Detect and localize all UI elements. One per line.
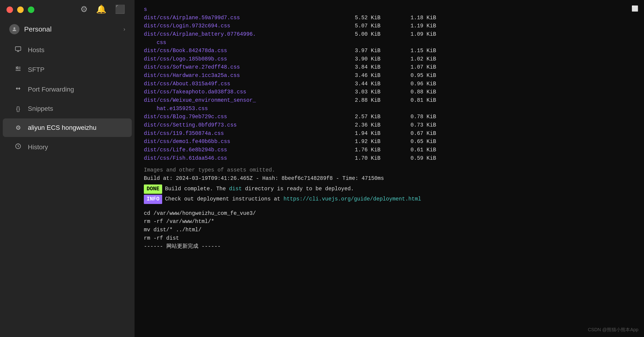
file-row-11: dist/css/Blog.79eb729c.css 2.57 KiB 0.78… (144, 113, 635, 121)
file-name: dist/css/Fish.61daa546.css (144, 154, 334, 163)
hosts-icon (14, 46, 22, 54)
file-size: 3.90 KiB (334, 55, 390, 63)
file-name: dist/css/Logo.185b089b.css (144, 55, 334, 63)
file-size: 2.88 KiB (334, 96, 390, 105)
file-size: 3.03 KiB (334, 88, 390, 96)
file-name: dist/css/119.f350874a.css (144, 130, 334, 138)
file-name: dist/css/Book.842478da.css (144, 47, 334, 55)
close-button[interactable] (6, 6, 13, 13)
file-row-10: dist/css/Weixue_environment_sensor_ hat.… (144, 96, 635, 113)
personal-avatar (9, 24, 20, 34)
sidebar-item-sftp[interactable]: SFTP (3, 60, 132, 79)
watermark: CSDN @熊猫小熊本App (588, 326, 638, 333)
bell-icon[interactable]: 🔔 (96, 4, 106, 14)
file-gzip: 1.02 KiB (390, 55, 436, 63)
assets-omitted-line: Images and other types of assets omitted… (144, 166, 635, 175)
svg-rect-1 (15, 47, 21, 50)
file-row-3: dist/css/Airplane_battery.07764996. css … (144, 30, 635, 47)
file-size: 3.97 KiB (334, 47, 390, 55)
personal-section[interactable]: Personal › (0, 18, 134, 40)
file-gzip: 1.09 KiB (390, 30, 436, 39)
file-gzip: 0.81 KiB (390, 96, 436, 105)
session-label: aliyun ECS hongweizhu (28, 124, 96, 131)
snippets-icon: {} (14, 105, 22, 112)
file-row-5: dist/css/Logo.185b089b.css 3.90 KiB 1.02… (144, 55, 635, 63)
file-name: dist/css/About.0315a49f.css (144, 80, 334, 88)
file-row-12: dist/css/Setting.0bfd9f73.css 2.36 KiB 0… (144, 121, 635, 130)
file-row-13: dist/css/119.f350874a.css 1.94 KiB 0.67 … (144, 130, 635, 138)
file-row-1: dist/css/Airplane.59a799d7.css 5.52 KiB … (144, 14, 635, 22)
file-name: dist/css/Blog.79eb729c.css (144, 113, 334, 121)
file-row-16: dist/css/Fish.61daa546.css 1.70 KiB 0.59… (144, 154, 635, 163)
done-line: DONE Build complete. The dist directory … (144, 185, 635, 194)
file-gzip: 0.67 KiB (390, 130, 436, 138)
sidebar-item-port-forwarding[interactable]: Port Forwarding (3, 80, 132, 99)
maximize-button[interactable] (28, 6, 34, 13)
file-name: dist/css/Login.9732c694.css (144, 22, 334, 30)
deployment-link[interactable]: https://cli.vuejs.org/guide/deployment.h… (284, 196, 421, 202)
build-complete-text: Build complete. The dist directory is re… (165, 185, 354, 193)
sidebar-nav: Hosts SFTP Port Forwarding {} Snipp (0, 40, 134, 157)
port-forwarding-icon (14, 85, 22, 93)
file-size: 3.44 KiB (334, 80, 390, 88)
snippets-label: Snippets (28, 105, 53, 112)
done-badge: DONE (144, 185, 162, 194)
file-gzip: 1.07 KiB (390, 63, 436, 72)
port-forwarding-label: Port Forwarding (28, 86, 74, 93)
file-name: dist/css/Airplane_battery.07764996. css (144, 30, 334, 47)
info-line: INFO Check out deployment instructions a… (144, 195, 635, 204)
terminal-panel[interactable]: ⬜ s dist/css/Airplane.59a799d7.css 5.52 … (134, 0, 644, 337)
file-gzip: 0.95 KiB (390, 72, 436, 80)
command-text: mv dist/* ../html/ (144, 226, 201, 234)
file-gzip: 0.73 KiB (390, 121, 436, 130)
file-row-6: dist/css/Software.27edff48.css 3.84 KiB … (144, 63, 635, 72)
info-text: Check out deployment instructions at htt… (165, 195, 421, 204)
command-text: rm -rf dist (144, 234, 179, 243)
build-info-line: Build at: 2024-03-19T09:41:26.465Z - Has… (144, 175, 635, 183)
file-gzip: 1.15 KiB (390, 47, 436, 55)
minimize-button[interactable] (17, 6, 24, 13)
file-gzip: 0.65 KiB (390, 138, 436, 146)
file-row-8: dist/css/About.0315a49f.css 3.44 KiB 0.9… (144, 80, 635, 88)
file-name: dist/css/Weixue_environment_sensor_ hat.… (144, 96, 334, 113)
terminal-icon[interactable]: ⬛ (115, 4, 125, 14)
command-2: rm -rf /var/www/html/* (144, 218, 635, 226)
file-row-s: s (144, 5, 635, 14)
file-gzip: 0.78 KiB (390, 113, 436, 121)
command-text: cd /var/www/hongweizhu_com_fe_vue3/ (144, 210, 256, 218)
sidebar-item-hosts[interactable]: Hosts (3, 40, 132, 59)
file-name: dist/css/Life.6e8b294b.css (144, 146, 334, 154)
title-bar: ⚙ 🔔 ⬛ (0, 0, 134, 18)
info-badge: INFO (144, 195, 162, 204)
file-gzip: 0.88 KiB (390, 88, 436, 96)
dist-word: dist (229, 186, 242, 192)
file-size: 5.00 KiB (334, 30, 390, 39)
command-1: cd /var/www/hongweizhu_com_fe_vue3/ (144, 210, 635, 218)
hosts-label: Hosts (28, 46, 44, 54)
file-gzip: 0.96 KiB (390, 80, 436, 88)
file-size: 1.76 KiB (334, 146, 390, 154)
sidebar-item-active-session[interactable]: ⚙ aliyun ECS hongweizhu (3, 118, 132, 137)
file-row-14: dist/css/demo1.fe40b6bb.css 1.92 KiB 0.6… (144, 138, 635, 146)
sidebar-item-snippets[interactable]: {} Snippets (3, 99, 132, 118)
file-size: 1.94 KiB (334, 130, 390, 138)
history-label: History (28, 143, 48, 151)
commands-section: cd /var/www/hongweizhu_com_fe_vue3/ rm -… (144, 210, 635, 251)
sidebar-item-history[interactable]: History (3, 137, 132, 157)
file-row-15: dist/css/Life.6e8b294b.css 1.76 KiB 0.61… (144, 146, 635, 154)
file-row-2: dist/css/Login.9732c694.css 5.07 KiB 1.1… (144, 22, 635, 30)
command-text: ------ 网站更新完成 ------ (144, 242, 220, 251)
settings-icon[interactable]: ⚙ (80, 4, 88, 14)
sidebar: ⚙ 🔔 ⬛ Personal › Hosts (0, 0, 134, 337)
file-size: 2.36 KiB (334, 121, 390, 130)
history-icon (14, 143, 22, 151)
command-4: rm -rf dist (144, 234, 635, 243)
svg-point-0 (14, 27, 15, 29)
build-info-text: Build at: 2024-03-19T09:41:26.465Z - Has… (144, 175, 384, 181)
file-gzip: 0.61 KiB (390, 146, 436, 154)
command-text: rm -rf /var/www/html/* (144, 218, 214, 226)
file-size: 3.84 KiB (334, 63, 390, 72)
resize-icon: ⬜ (632, 5, 638, 13)
file-gzip: 1.19 KiB (390, 22, 436, 30)
file-row-9: dist/css/Takeaphoto.da038f38.css 3.03 Ki… (144, 88, 635, 96)
